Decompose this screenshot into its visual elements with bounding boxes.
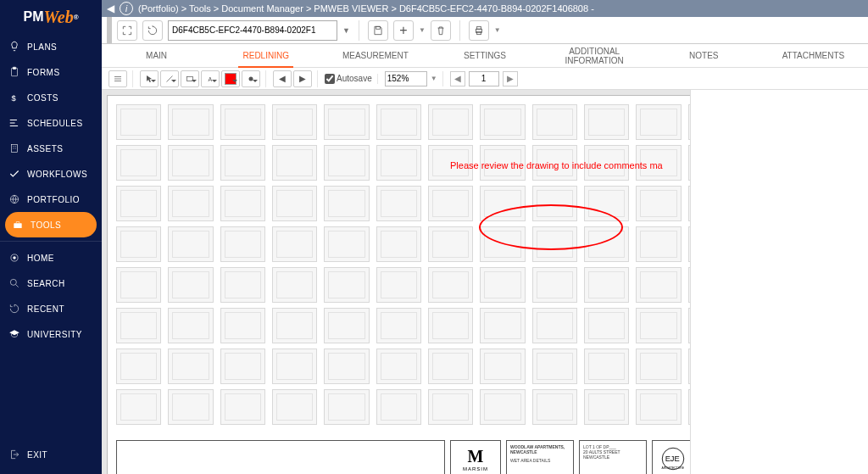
zoom-input[interactable]: [385, 71, 427, 86]
back-chevron-icon[interactable]: ◀: [107, 3, 114, 14]
tab-attachments[interactable]: ATTACHMENTS: [759, 44, 868, 67]
tab-additional-info[interactable]: ADDITIONAL INFORMATION: [540, 44, 649, 67]
elevation-thumbnail: [688, 267, 690, 303]
sidebar-item-tools[interactable]: TOOLS: [5, 212, 97, 237]
sidebar-item-plans[interactable]: PLANS: [0, 34, 102, 59]
print-dropdown-icon[interactable]: ▼: [494, 26, 501, 34]
elevation-thumbnail: [532, 267, 577, 303]
tabs: MAIN REDLINING MEASUREMENT SETTINGS ADDI…: [102, 44, 868, 68]
add-button[interactable]: +: [393, 20, 414, 41]
elevation-thumbnail: [480, 267, 525, 303]
breadcrumb[interactable]: (Portfolio) > Tools > Document Manager >…: [138, 3, 594, 14]
redline-annotation-ellipse[interactable]: [479, 204, 623, 250]
pointer-tool[interactable]: [140, 70, 159, 87]
sidebar-item-assets[interactable]: ASSETS: [0, 136, 102, 161]
elevation-thumbnail: [116, 308, 161, 343]
tab-main[interactable]: MAIN: [102, 44, 211, 67]
page-prev-button[interactable]: ◀: [450, 71, 465, 86]
elevation-thumbnail: [376, 308, 421, 343]
elevation-thumbnail: [220, 226, 265, 262]
elevation-thumbnail: [584, 308, 629, 343]
sidebar-item-home[interactable]: HOME: [0, 245, 102, 270]
sidebar-item-label: UNIVERSITY: [27, 330, 82, 339]
sidebar-item-forms[interactable]: FORMS: [0, 59, 102, 85]
viewer-scroll[interactable]: Please review the drawing to include com…: [102, 90, 690, 474]
elevation-thumbnail: [220, 389, 265, 425]
autosave-checkbox[interactable]: [325, 74, 335, 84]
building-icon: [8, 142, 20, 154]
sidebar-item-label: WORKFLOWS: [27, 170, 87, 179]
lineweight-tool[interactable]: [242, 70, 260, 87]
viewer-side-panel: [690, 90, 868, 474]
elevation-thumbnail: [376, 226, 421, 262]
bulb-icon: [8, 41, 20, 53]
elevation-thumbnail: [168, 186, 213, 221]
elevation-thumbnail: [272, 186, 317, 221]
page-input[interactable]: [469, 71, 499, 86]
tab-settings[interactable]: SETTINGS: [430, 44, 539, 67]
titleblock-project: WOODLAW APARTMENTS, NEWCASTLE WET AREA D…: [506, 440, 574, 474]
doc-select-chevron-icon[interactable]: ▼: [342, 26, 350, 35]
svg-rect-12: [477, 31, 481, 35]
save-button[interactable]: [368, 20, 388, 41]
titleblock-revisions: [116, 440, 445, 474]
line-tool[interactable]: [160, 70, 179, 87]
titleblock-client: LOT 1 OF DP___ 20 AULTS STREET NEWCASTLE: [579, 440, 647, 474]
tab-measurement[interactable]: MEASUREMENT: [320, 44, 430, 67]
elevation-thumbnail: [272, 226, 317, 262]
firm1-logo: M: [468, 447, 484, 466]
tab-redlining[interactable]: REDLINING: [211, 44, 320, 67]
color-tool[interactable]: [221, 70, 240, 87]
sidebar-item-recent[interactable]: RECENT: [0, 296, 102, 321]
svg-text:ARCHITECTURE: ARCHITECTURE: [661, 466, 684, 470]
document-select[interactable]: [168, 20, 337, 41]
elevation-thumbnail: [428, 104, 473, 140]
elevation-thumbnail: [636, 267, 681, 303]
zoom-dropdown-icon[interactable]: ▼: [431, 75, 437, 82]
hamburger-icon[interactable]: [108, 70, 127, 87]
page-next-button[interactable]: ▶: [503, 71, 518, 86]
top-toolbar: ▼ + ▼ ▼: [102, 17, 868, 44]
elevation-thumbnail: [688, 104, 690, 140]
elevation-thumbnail: [584, 267, 629, 303]
elevation-thumbnail: [168, 226, 213, 262]
tab-notes[interactable]: NOTES: [649, 44, 759, 67]
elevation-thumbnail: [324, 104, 369, 140]
prev-annotation-button[interactable]: ◀: [273, 70, 292, 87]
expand-button[interactable]: [117, 20, 137, 41]
text-tool[interactable]: A: [201, 70, 220, 87]
next-annotation-button[interactable]: ▶: [293, 70, 312, 87]
info-icon[interactable]: i: [120, 2, 133, 15]
sidebar-item-label: RECENT: [27, 304, 64, 314]
elevation-thumbnail: [480, 308, 525, 343]
history-icon: [8, 303, 20, 315]
redline-annotation-text[interactable]: Please review the drawing to include com…: [450, 160, 663, 170]
sidebar-item-costs[interactable]: $ COSTS: [0, 85, 102, 110]
sidebar-item-university[interactable]: UNIVERSITY: [0, 321, 102, 347]
drawing-content: [116, 104, 690, 438]
elevation-thumbnail: [116, 145, 161, 181]
elevation-thumbnail: [688, 186, 690, 221]
sidebar-item-search[interactable]: SEARCH: [0, 270, 102, 296]
redline-toolbar: A ◀ ▶ Autosave ▼ ◀ ▶: [102, 68, 868, 90]
elevation-thumbnail: [480, 389, 525, 425]
panel-resize-handle[interactable]: [107, 17, 112, 43]
svg-rect-11: [477, 26, 481, 29]
firm1-label: MARSIM: [463, 466, 488, 471]
svg-text:EJE: EJE: [665, 454, 680, 463]
rect-tool[interactable]: [181, 70, 199, 87]
sidebar: PMWeb® PLANS FORMS $ COSTS SCHEDULES ASS…: [0, 0, 102, 474]
sidebar-item-schedules[interactable]: SCHEDULES: [0, 110, 102, 136]
sidebar-item-exit[interactable]: EXIT: [0, 442, 102, 467]
elevation-thumbnail: [168, 145, 213, 181]
titleblock-firm1: M MARSIM: [450, 440, 501, 474]
refresh-button[interactable]: [142, 20, 163, 41]
print-button[interactable]: [469, 20, 489, 41]
sidebar-item-portfolio[interactable]: PORTFOLIO: [0, 187, 102, 212]
sidebar-item-workflows[interactable]: WORKFLOWS: [0, 161, 102, 187]
check-icon: [8, 168, 20, 180]
svg-rect-13: [187, 76, 193, 81]
delete-button[interactable]: [431, 20, 451, 41]
add-dropdown-icon[interactable]: ▼: [419, 26, 426, 34]
drawing-sheet[interactable]: Please review the drawing to include com…: [107, 95, 690, 474]
